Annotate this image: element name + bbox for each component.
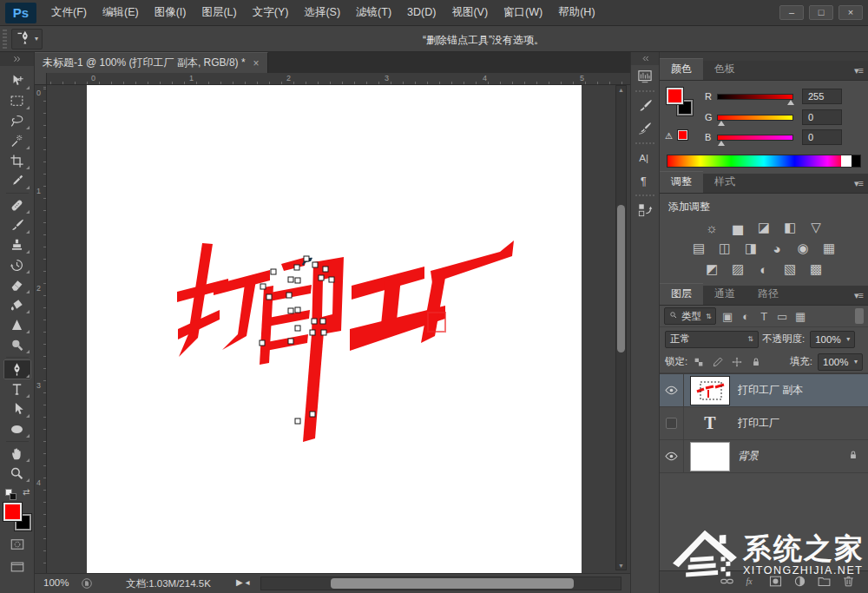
swap-colors-icon[interactable]: ⇄ xyxy=(23,487,30,497)
brush-presets-panel-icon[interactable] xyxy=(633,117,657,140)
layer-visibility-empty[interactable] xyxy=(660,407,684,439)
layer-name[interactable]: 打印工厂 xyxy=(738,416,779,431)
blend-mode-dropdown[interactable]: 正常 ⇅ xyxy=(665,331,759,348)
hand-tool[interactable] xyxy=(3,444,31,464)
layers-tab-图层[interactable]: 图层 xyxy=(660,283,703,305)
default-colors-icon[interactable] xyxy=(5,489,16,500)
document-tab[interactable]: 未标题-1 @ 100% (打印工厂 副本, RGB/8) * × xyxy=(35,52,268,73)
channel-value[interactable]: 255 xyxy=(802,89,842,104)
scroll-down-icon[interactable]: ▼ xyxy=(616,563,626,569)
lock-image-pixels-icon[interactable] xyxy=(710,354,726,370)
clone-source-panel-icon[interactable] xyxy=(633,199,657,221)
layer-thumbnail[interactable] xyxy=(691,443,729,471)
magic-wand-tool[interactable] xyxy=(3,131,31,151)
adjustment-layer-filter-icon[interactable]: ◐ xyxy=(737,307,755,325)
zoom-level[interactable]: 100% xyxy=(43,577,69,588)
slider-thumb-icon[interactable] xyxy=(718,121,725,126)
slider-thumb-icon[interactable] xyxy=(787,100,794,105)
pixel-layer-filter-icon[interactable]: ▣ xyxy=(719,307,737,325)
dock-expand-button[interactable] xyxy=(631,52,659,65)
brush-panel-icon[interactable] xyxy=(633,95,657,117)
color-spectrum-ramp[interactable] xyxy=(667,155,861,168)
menu-item-1[interactable]: 编辑(E) xyxy=(95,0,147,25)
channel-value[interactable]: 0 xyxy=(802,109,842,125)
layer-row-0[interactable]: 打印工厂 副本 xyxy=(660,374,868,407)
lock-all-icon[interactable] xyxy=(748,354,764,370)
eyedropper-tool[interactable] xyxy=(3,171,31,191)
gamut-warning-icon[interactable]: ⚠ xyxy=(665,131,673,141)
spectrum-white-cap[interactable] xyxy=(841,155,852,167)
smart-object-filter-icon[interactable]: ▦ xyxy=(792,307,810,325)
color-balance-icon[interactable]: ◫ xyxy=(713,239,736,258)
horizontal-ruler[interactable]: 012345 xyxy=(47,73,630,85)
brush-tool[interactable] xyxy=(3,215,31,235)
delete-anchor-point-tool-preset[interactable]: ▾ xyxy=(11,29,43,49)
black-white-icon[interactable]: ◨ xyxy=(740,239,762,258)
type-tool[interactable] xyxy=(3,379,31,399)
tab-close-icon[interactable]: × xyxy=(253,57,260,69)
vertical-ruler[interactable]: 01234 xyxy=(35,85,47,573)
history-brush-tool[interactable] xyxy=(3,255,31,275)
opacity-dropdown[interactable]: 100% ▾ xyxy=(810,331,855,348)
paint-bucket-tool[interactable] xyxy=(3,295,31,315)
layer-filter-toggle[interactable] xyxy=(855,308,864,324)
eraser-tool[interactable] xyxy=(3,275,31,295)
photo-filter-icon[interactable]: ◕ xyxy=(766,239,788,258)
channel-slider[interactable] xyxy=(717,94,793,100)
toolbar-collapse-button[interactable] xyxy=(0,52,34,66)
panel-foreground-swatch[interactable] xyxy=(667,88,683,104)
rectangular-marquee-tool[interactable] xyxy=(3,91,31,111)
lasso-tool[interactable] xyxy=(3,111,31,131)
menu-item-10[interactable]: 帮助(H) xyxy=(550,0,602,25)
foreground-color-swatch[interactable] xyxy=(3,503,22,521)
color-lookup-icon[interactable]: ▦ xyxy=(818,239,840,258)
status-arrow-icon[interactable]: ▶ ◂ xyxy=(236,577,250,587)
menu-item-3[interactable]: 图层(L) xyxy=(194,0,244,25)
horizontal-scrollbar[interactable] xyxy=(260,577,621,590)
vertical-scrollbar[interactable]: ▲ ▼ xyxy=(615,85,627,570)
posterize-icon[interactable]: ▨ xyxy=(727,260,749,279)
channel-mixer-icon[interactable]: ◉ xyxy=(792,239,814,258)
layer-name[interactable]: 打印工厂 副本 xyxy=(738,383,803,398)
layer-visibility-eye-icon[interactable] xyxy=(660,440,684,472)
layer-row-2[interactable]: 背景 xyxy=(660,440,868,473)
minimize-button[interactable]: – xyxy=(779,5,804,20)
brightness-contrast-icon[interactable]: ☼ xyxy=(700,218,723,237)
curves-icon[interactable]: ◪ xyxy=(753,218,775,237)
blur-tool[interactable] xyxy=(3,315,31,335)
vibrance-icon[interactable]: ▽ xyxy=(805,218,827,237)
pen-tool[interactable] xyxy=(3,359,31,379)
selective-color-icon[interactable]: ▩ xyxy=(805,260,827,279)
layer-row-1[interactable]: T打印工厂 xyxy=(660,407,868,440)
screen-mode-button[interactable] xyxy=(5,558,30,576)
menu-item-5[interactable]: 选择(S) xyxy=(296,0,348,25)
color-tab-颜色[interactable]: 颜色 xyxy=(660,58,703,80)
move-tool[interactable] xyxy=(3,71,31,91)
maximize-button[interactable]: □ xyxy=(809,5,833,20)
lock-position-icon[interactable] xyxy=(729,354,745,370)
channel-slider[interactable] xyxy=(717,135,793,141)
layers-tab-路径[interactable]: 路径 xyxy=(746,284,790,305)
spot-healing-brush-tool[interactable] xyxy=(3,195,31,215)
shape-layer-filter-icon[interactable]: ▭ xyxy=(773,307,792,325)
menu-item-8[interactable]: 视图(V) xyxy=(444,0,496,25)
adjustments-menu-icon[interactable]: ▾≡ xyxy=(854,178,863,189)
layer-name[interactable]: 背景 xyxy=(738,449,759,464)
quick-mask-button[interactable] xyxy=(5,536,30,553)
canvas[interactable] xyxy=(87,85,582,573)
layer-thumbnail[interactable] xyxy=(691,377,729,405)
hue-saturation-icon[interactable]: ▤ xyxy=(687,239,710,258)
vertical-scroll-thumb[interactable] xyxy=(617,205,625,353)
fill-dropdown[interactable]: 100% ▾ xyxy=(818,353,863,371)
options-grip-handle[interactable] xyxy=(3,30,7,49)
horizontal-scroll-thumb[interactable] xyxy=(331,578,574,589)
gradient-map-icon[interactable]: ▧ xyxy=(779,260,801,279)
exposure-icon[interactable]: ◧ xyxy=(779,218,801,237)
layers-menu-icon[interactable]: ▾≡ xyxy=(854,290,863,301)
menu-item-0[interactable]: 文件(F) xyxy=(43,0,95,25)
crop-tool[interactable] xyxy=(3,151,31,171)
color-menu-icon[interactable]: ▾≡ xyxy=(854,65,863,76)
layer-visibility-eye-icon[interactable] xyxy=(660,374,684,406)
levels-icon[interactable]: ▅ xyxy=(727,218,749,237)
dodge-tool[interactable] xyxy=(3,335,31,355)
